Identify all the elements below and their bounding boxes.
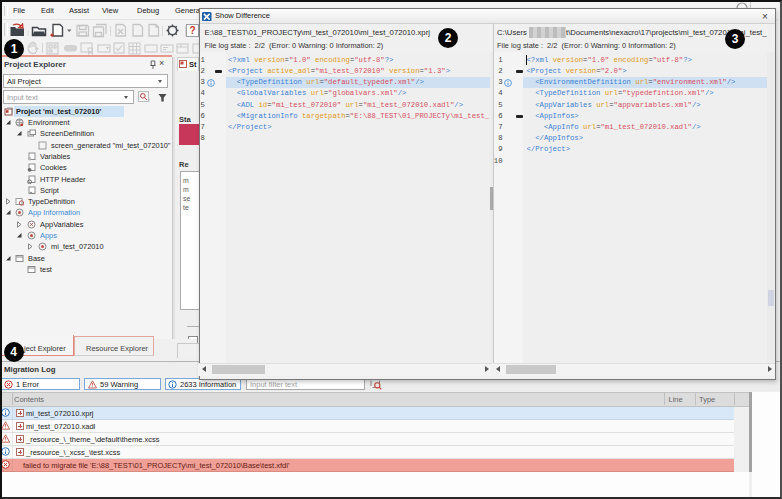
svg-text:?: ? — [189, 25, 195, 36]
